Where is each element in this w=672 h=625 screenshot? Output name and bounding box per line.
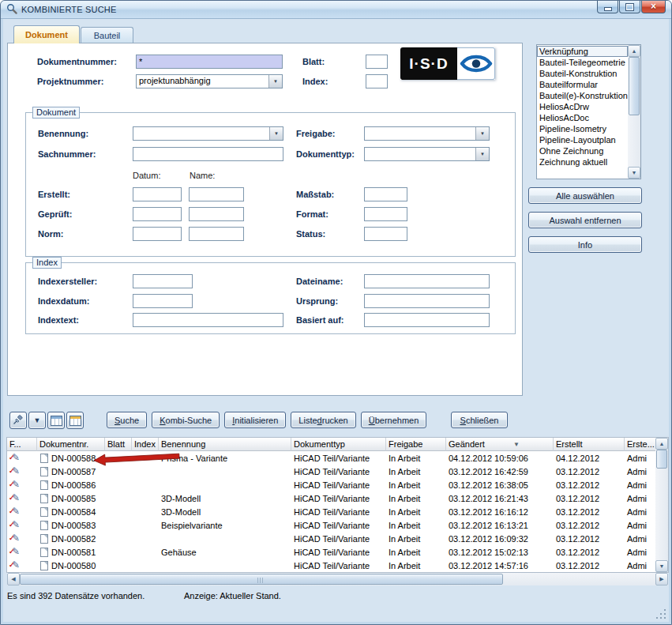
verknuepfung-item-verknupfung[interactable]: Verknüpfung xyxy=(537,46,628,57)
scrollbar-track[interactable] xyxy=(628,57,640,167)
projektnummer-value: projektunabhängig xyxy=(137,75,268,88)
norm-name-input[interactable] xyxy=(189,227,244,241)
dokumenttyp-value xyxy=(365,148,475,160)
resize-grip[interactable] xyxy=(656,609,667,620)
scrollbar-thumb[interactable] xyxy=(656,450,667,469)
column-header-dokumenttyp[interactable]: Dokumenttyp xyxy=(291,438,386,451)
result-row-dn-000585[interactable]: DN-0005853D-ModellHiCAD Teil/VarianteIn … xyxy=(7,491,657,505)
verknuepfung-item-bauteil-e-konstruktion[interactable]: Bauteil(e)-Konstruktion xyxy=(537,90,628,101)
list-config-button[interactable] xyxy=(66,412,84,429)
verknuepfung-item-heliosacdoc[interactable]: HeliosAcDoc xyxy=(537,112,628,123)
tab-dokument[interactable]: Dokument xyxy=(13,25,80,43)
dokumenttyp-combo[interactable]: ▼ xyxy=(364,147,490,161)
action-button-kombi-suche[interactable]: Kombi-Suche xyxy=(152,412,220,428)
column-header-index[interactable]: Index xyxy=(132,438,159,451)
close-window-button[interactable]: × xyxy=(641,1,666,13)
verknuepfung-item-ohne-zeichnung[interactable]: Ohne Zeichnung xyxy=(537,145,628,156)
action-button-initialisieren[interactable]: Initialisieren xyxy=(224,412,286,428)
column-header-blatt[interactable]: Blatt xyxy=(105,438,132,451)
edit-status-icon xyxy=(9,547,22,558)
erstellt-name-input[interactable] xyxy=(189,187,244,201)
auswahl-entfernen-button[interactable]: Auswahl entfernen xyxy=(528,212,642,228)
column-header-dokumentnr[interactable]: Dokumentnr. xyxy=(37,438,105,451)
dokumentnummer-input[interactable] xyxy=(136,55,283,69)
blatt-input[interactable] xyxy=(366,55,388,69)
indextext-input[interactable] xyxy=(133,313,283,327)
verknuepfung-item-bauteil-konstruktion[interactable]: Bauteil-Konstruktion xyxy=(537,68,628,79)
dateiname-input[interactable] xyxy=(364,274,490,288)
scrollbar-thumb[interactable] xyxy=(629,57,640,115)
chevron-down-icon[interactable]: ▼ xyxy=(268,75,282,88)
indexersteller-input[interactable] xyxy=(133,274,193,288)
column-header-erstellt[interactable]: Erstellt xyxy=(554,438,625,451)
verknuepfung-item-bauteilformular[interactable]: Bauteilformular xyxy=(537,79,628,90)
result-row-dn-000580[interactable]: DN-000580HiCAD Teil/VarianteIn Arbeit03.… xyxy=(7,559,657,572)
freigabe-combo[interactable]: ▼ xyxy=(364,126,490,141)
norm-datum-input[interactable] xyxy=(133,227,182,241)
list-view-button[interactable] xyxy=(47,412,65,429)
info-button[interactable]: Info xyxy=(528,236,642,253)
basiert-auf-input[interactable] xyxy=(364,313,490,327)
column-header-geandert[interactable]: Geändert▼ xyxy=(446,438,554,451)
indexdatum-label: Indexdatum: xyxy=(38,296,89,306)
ursprung-input[interactable] xyxy=(364,294,490,308)
pin-button[interactable] xyxy=(9,412,27,429)
result-row-dn-000581[interactable]: DN-000581GehäuseHiCAD Teil/VarianteIn Ar… xyxy=(7,545,657,559)
projektnummer-combo[interactable]: projektunabhängig ▼ xyxy=(136,74,283,88)
dokument-group: Dokument Benennung: ▼ Freigabe: ▼ Sachnu… xyxy=(25,112,516,257)
status-input[interactable] xyxy=(364,227,407,241)
action-button-ubernehmen[interactable]: Übernehmen xyxy=(361,412,427,428)
scroll-left-button[interactable]: ◀ xyxy=(7,573,20,585)
massstab-input[interactable] xyxy=(364,187,407,201)
scroll-right-button[interactable]: ▶ xyxy=(655,573,668,585)
index-group: Index Indexersteller: Dateiname: Indexda… xyxy=(25,262,516,334)
chevron-down-icon[interactable]: ▼ xyxy=(475,148,489,160)
dokumenttyp-label: Dokumenttyp: xyxy=(296,149,355,159)
sachnummer-input[interactable] xyxy=(133,147,283,161)
index-input[interactable] xyxy=(366,74,388,88)
scroll-down-button[interactable]: ▼ xyxy=(628,167,640,179)
result-row-dn-000587[interactable]: DN-000587HiCAD Teil/VarianteIn Arbeit03.… xyxy=(7,465,657,478)
geprueft-name-input[interactable] xyxy=(189,207,244,221)
titlebar[interactable]: KOMBINIERTE SUCHE × xyxy=(1,1,671,19)
verknuepfung-item-pipeline-isometry[interactable]: Pipeline-Isometry xyxy=(537,123,628,134)
result-row-dn-000582[interactable]: DN-000582HiCAD Teil/VarianteIn Arbeit03.… xyxy=(7,532,657,545)
chevron-down-icon[interactable]: ▼ xyxy=(269,127,283,140)
list-scrollbar[interactable]: ▲ ▼ xyxy=(628,45,640,179)
verknuepfung-item-pipeline-layoutplan[interactable]: Pipeline-Layoutplan xyxy=(537,134,628,145)
scroll-up-button[interactable]: ▲ xyxy=(655,438,668,450)
result-row-dn-000586[interactable]: DN-000586HiCAD Teil/VarianteIn Arbeit03.… xyxy=(7,478,657,491)
edit-status-icon xyxy=(9,466,22,477)
tab-bauteil[interactable]: Bauteil xyxy=(81,27,133,43)
verknuepfung-item-zeichnung-aktuell[interactable]: Zeichnung aktuell xyxy=(537,156,628,168)
scrollbar-thumb[interactable] xyxy=(20,574,503,585)
verknuepfung-item-heliosacdrw[interactable]: HeliosAcDrw xyxy=(537,101,628,112)
verknuepfung-item-bauteil-teilegeometrie[interactable]: Bauteil-Teilegeometrie xyxy=(537,57,628,68)
filter-dropdown-button[interactable]: ▼ xyxy=(28,412,46,429)
erstellt-datum-input[interactable] xyxy=(133,187,182,201)
result-row-dn-000583[interactable]: DN-000583BeispielvarianteHiCAD Teil/Vari… xyxy=(7,518,657,532)
action-button-suche[interactable]: Suche xyxy=(107,412,147,428)
action-button-liste-drucken[interactable]: Liste drucken xyxy=(291,412,355,428)
table-scrollbar[interactable]: ▲ ▼ xyxy=(655,438,668,572)
column-header-erste[interactable]: Erste... xyxy=(625,438,657,451)
dokumentnummer-label: Dokumentnummer: xyxy=(37,57,117,66)
scrollbar-track[interactable] xyxy=(20,573,655,585)
minimize-button[interactable] xyxy=(597,1,618,13)
schliessen-button[interactable]: Schließen xyxy=(451,412,508,428)
dateiname-label: Dateiname: xyxy=(296,277,343,286)
format-input[interactable] xyxy=(364,207,407,221)
chevron-down-icon[interactable]: ▼ xyxy=(475,127,489,140)
indexdatum-input[interactable] xyxy=(133,294,193,308)
horizontal-scrollbar[interactable]: ◀ ▶ xyxy=(7,573,668,585)
scroll-up-button[interactable]: ▲ xyxy=(628,45,640,57)
geprueft-datum-input[interactable] xyxy=(133,207,182,221)
scroll-down-button[interactable]: ▼ xyxy=(655,560,668,572)
benennung-combo[interactable]: ▼ xyxy=(133,126,283,141)
maximize-button[interactable] xyxy=(619,1,640,13)
result-row-dn-000584[interactable]: DN-0005843D-ModellHiCAD Teil/VarianteIn … xyxy=(7,505,657,518)
column-header-freigabe[interactable]: Freigabe xyxy=(386,438,446,451)
column-header-f[interactable]: F... xyxy=(7,438,37,451)
alle-auswaehlen-button[interactable]: Alle auswählen xyxy=(528,187,642,204)
scrollbar-track[interactable] xyxy=(655,450,668,560)
